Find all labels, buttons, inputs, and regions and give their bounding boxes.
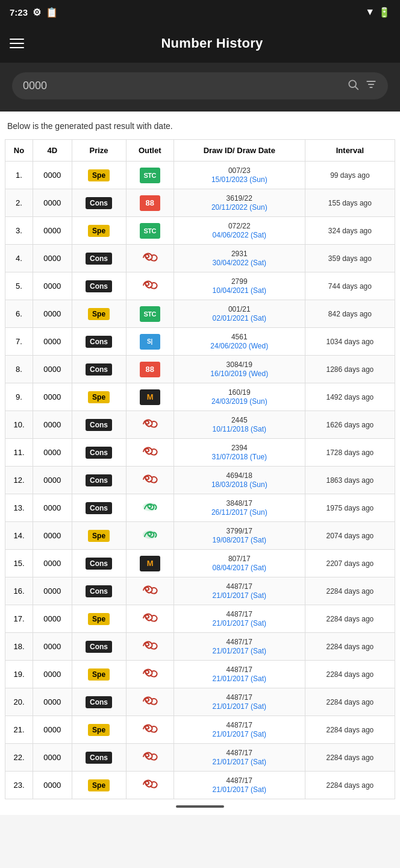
outlet-stc-logo: STC [140, 223, 160, 239]
cell-draw: 3799/17 19/08/2017 (Sat) [173, 522, 305, 550]
cell-prize: Cons [72, 633, 126, 661]
cell-draw: 001/21 02/01/2021 (Sat) [173, 300, 305, 328]
cell-no: 20. [5, 688, 33, 716]
battery-icon: 🔋 [378, 7, 390, 18]
gear-icon: ⚙ [33, 7, 41, 18]
cell-draw: 2799 10/04/2021 (Sat) [173, 272, 305, 300]
cell-no: 12. [5, 467, 33, 494]
cell-prize: Cons [72, 494, 126, 522]
table-row: 13. 0000 Cons 3848/17 26/11/2017 (Sun) 1… [5, 494, 395, 522]
cell-no: 6. [5, 300, 33, 328]
outlet-berjaya-logo [140, 528, 160, 543]
cell-prize: Cons [72, 189, 126, 217]
cell-draw: 4694/18 18/03/2018 (Sun) [173, 467, 305, 494]
menu-button[interactable] [10, 39, 24, 48]
table-row: 3. 0000 Spe STC 072/22 04/06/2022 (Sat) … [5, 217, 395, 245]
cell-no: 23. [5, 772, 33, 799]
cell-no: 11. [5, 439, 33, 467]
table-row: 4. 0000 Cons 2931 30/04/2022 (Sat) 359 d… [5, 245, 395, 272]
search-bar [12, 72, 388, 99]
cell-prize: Spe [72, 605, 126, 633]
cell-outlet [126, 522, 173, 550]
prize-badge: Cons [86, 419, 112, 431]
cell-interval: 1034 days ago [305, 328, 395, 356]
cell-prize: Cons [72, 328, 126, 356]
table-row: 8. 0000 Cons 88 3084/19 16/10/2019 (Wed)… [5, 356, 395, 383]
outlet-damacai-logo [140, 445, 160, 460]
table-row: 6. 0000 Spe STC 001/21 02/01/2021 (Sat) … [5, 300, 395, 328]
outlet-damacai-logo [140, 417, 160, 432]
cell-outlet [126, 744, 173, 772]
cell-no: 19. [5, 661, 33, 688]
table-row: 7. 0000 Cons S| 4561 24/06/2020 (Wed) 10… [5, 328, 395, 356]
table-row: 1. 0000 Spe STC 007/23 15/01/2023 (Sun) … [5, 162, 395, 189]
results-table-wrap: No 4D Prize Outlet Draw ID/ Draw Date In… [5, 139, 395, 799]
cell-prize: Cons [72, 245, 126, 272]
table-row: 10. 0000 Cons 2445 10/11/2018 (Sat) 1626… [5, 411, 395, 439]
table-row: 14. 0000 Spe 3799/17 19/08/2017 (Sat) 20… [5, 522, 395, 550]
table-header: No 4D Prize Outlet Draw ID/ Draw Date In… [5, 140, 395, 162]
filter-button[interactable] [365, 78, 377, 93]
outlet-88-logo: 88 [140, 195, 160, 211]
cell-outlet [126, 633, 173, 661]
wifi-icon: ▼ [365, 7, 375, 17]
cell-no: 10. [5, 411, 33, 439]
cell-4d: 0000 [33, 245, 72, 272]
cell-no: 1. [5, 162, 33, 189]
page-title: Number History [34, 36, 390, 51]
subtitle-text: Below is the generated past result with … [5, 121, 395, 131]
cell-outlet: M [126, 550, 173, 577]
col-prize: Prize [72, 140, 126, 162]
cell-interval: 2284 days ago [305, 772, 395, 799]
cell-draw: 2394 31/07/2018 (Tue) [173, 439, 305, 467]
status-bar: 7:23 ⚙ 📋 ▼ 🔋 [0, 0, 400, 24]
cell-outlet: 88 [126, 189, 173, 217]
outlet-damacai-logo [140, 278, 160, 294]
cell-outlet [126, 577, 173, 605]
cell-4d: 0000 [33, 356, 72, 383]
cell-draw: 4561 24/06/2020 (Wed) [173, 328, 305, 356]
cell-interval: 324 days ago [305, 217, 395, 245]
cell-outlet [126, 411, 173, 439]
cell-draw: 007/23 15/01/2023 (Sun) [173, 162, 305, 189]
prize-badge: Spe [88, 613, 110, 625]
cell-4d: 0000 [33, 189, 72, 217]
cell-interval: 2074 days ago [305, 522, 395, 550]
cell-prize: Spe [72, 716, 126, 744]
cell-outlet: STC [126, 300, 173, 328]
toolbar: Number History [0, 24, 400, 63]
search-input[interactable] [23, 80, 341, 92]
cell-interval: 155 days ago [305, 189, 395, 217]
outlet-damacai-logo [140, 722, 160, 737]
cell-interval: 2284 days ago [305, 661, 395, 688]
cell-prize: Spe [72, 772, 126, 799]
table-row: 21. 0000 Spe 4487/17 21/01/2017 (Sat) 22… [5, 716, 395, 744]
outlet-magnum-logo: M [140, 389, 160, 405]
cell-4d: 0000 [33, 217, 72, 245]
cell-interval: 2284 days ago [305, 577, 395, 605]
prize-badge: Cons [86, 641, 112, 653]
search-button[interactable] [347, 78, 359, 93]
table-row: 12. 0000 Cons 4694/18 18/03/2018 (Sun) 1… [5, 467, 395, 494]
cell-prize: Spe [72, 522, 126, 550]
prize-badge: Cons [86, 336, 112, 348]
cell-prize: Cons [72, 411, 126, 439]
col-4d: 4D [33, 140, 72, 162]
col-outlet: Outlet [126, 140, 173, 162]
outlet-damacai-logo [140, 473, 160, 488]
cell-4d: 0000 [33, 328, 72, 356]
cell-4d: 0000 [33, 272, 72, 300]
table-row: 11. 0000 Cons 2394 31/07/2018 (Tue) 1728… [5, 439, 395, 467]
outlet-88-logo: 88 [140, 362, 160, 377]
svg-line-1 [355, 87, 358, 90]
cell-no: 17. [5, 605, 33, 633]
col-interval: Interval [305, 140, 395, 162]
table-row: 20. 0000 Cons 4487/17 21/01/2017 (Sat) 2… [5, 688, 395, 716]
cell-no: 14. [5, 522, 33, 550]
table-row: 9. 0000 Spe M 160/19 24/03/2019 (Sun) 14… [5, 383, 395, 411]
cell-prize: Cons [72, 467, 126, 494]
cell-prize: Cons [72, 688, 126, 716]
cell-interval: 842 days ago [305, 300, 395, 328]
prize-badge: Cons [86, 280, 112, 292]
prize-badge: Cons [86, 558, 112, 570]
